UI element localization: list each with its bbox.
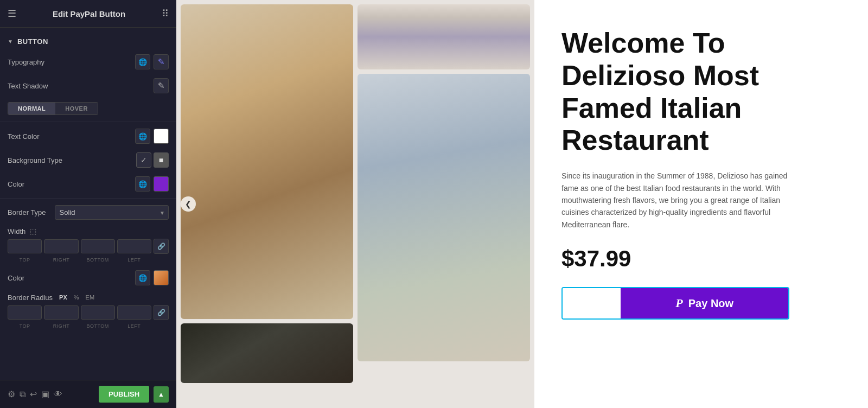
text-shadow-edit-btn[interactable]: ✎	[154, 78, 169, 93]
color-swatch[interactable]	[154, 176, 169, 192]
eye-icon[interactable]: 👁	[54, 390, 62, 399]
gallery-image-3	[358, 74, 530, 361]
radius-bottom-input[interactable]	[81, 305, 115, 320]
panel-footer: ⚙ ⧉ ↩ ▣ 👁 PUBLISH ▲	[0, 380, 176, 408]
responsive-icon[interactable]: ▣	[41, 389, 49, 399]
radius-left-input[interactable]	[117, 305, 151, 320]
panel-title: Edit PayPal Button	[53, 9, 125, 18]
border-color-row: Color 🌐	[0, 266, 176, 290]
radius-left-label: LEFT	[117, 323, 151, 329]
paypal-btn-label: Pay Now	[688, 297, 733, 310]
divider-2	[0, 198, 176, 199]
text-shadow-controls: ✎	[154, 78, 169, 93]
undo-icon[interactable]: ↩	[30, 389, 37, 399]
text-color-row: Text Color 🌐	[0, 124, 176, 148]
border-type-label: Border Type	[8, 208, 46, 216]
bottom-label: BOTTOM	[81, 257, 115, 263]
settings-icon[interactable]: ⚙	[8, 389, 15, 399]
gallery-image-4	[181, 323, 353, 383]
border-type-controls: Solid None Double Dotted Dashed ▼	[55, 205, 169, 220]
normal-toggle-btn[interactable]: NORMAL	[8, 103, 55, 114]
gallery-section: ❮	[176, 0, 534, 408]
typography-edit-btn[interactable]: ✎	[154, 54, 169, 69]
radius-input-labels: TOP RIGHT BOTTOM LEFT	[8, 323, 169, 329]
paypal-button-container: P Pay Now	[561, 287, 789, 320]
unit-tabs: PX % EM	[57, 293, 97, 302]
width-label: Width	[8, 227, 25, 235]
left-panel: ☰ Edit PayPal Button ⠿ ▼ Button Typograp…	[0, 0, 176, 408]
border-radius-inputs: 🔗	[8, 305, 169, 320]
width-bottom-input[interactable]	[81, 239, 115, 253]
monitor-icon: ⬚	[30, 227, 36, 235]
border-color-label: Color	[8, 274, 24, 282]
width-section: Width ⬚ 🔗 TOP RIGHT BOTTOM LEFT	[0, 224, 176, 266]
grid-icon[interactable]: ⠿	[162, 8, 169, 20]
product-section: Welcome To Delizioso Most Famed Italian …	[534, 0, 868, 408]
border-color-swatch[interactable]	[154, 270, 169, 285]
radius-top-label: TOP	[8, 323, 42, 329]
gallery-image-2	[358, 4, 530, 69]
width-header: Width ⬚	[8, 227, 169, 235]
width-inputs: 🔗	[8, 239, 169, 254]
unit-pct-tab[interactable]: %	[72, 293, 81, 302]
paypal-pay-button[interactable]: P Pay Now	[621, 288, 788, 318]
hamburger-icon[interactable]: ☰	[8, 8, 16, 20]
width-right-input[interactable]	[44, 239, 78, 253]
width-link-btn[interactable]: 🔗	[154, 239, 169, 254]
unit-px-tab[interactable]: PX	[57, 293, 69, 302]
border-color-controls: 🌐	[135, 270, 169, 285]
border-radius-section: Border Radius PX % EM 🔗 TOP RIGHT BOTTOM…	[0, 290, 176, 332]
main-content: ❮ Welcome To Delizioso Most Famed Italia…	[176, 0, 868, 408]
radius-top-input[interactable]	[8, 305, 42, 320]
typography-globe-btn[interactable]: 🌐	[135, 54, 150, 69]
typography-row: Typography 🌐 ✎	[0, 50, 176, 74]
radius-bottom-label: BOTTOM	[81, 323, 115, 329]
color-globe-btn[interactable]: 🌐	[135, 176, 150, 192]
hover-toggle-btn[interactable]: HOVER	[55, 103, 98, 114]
text-shadow-label: Text Shadow	[8, 82, 48, 90]
color-label: Color	[8, 180, 24, 188]
text-color-globe-btn[interactable]: 🌐	[135, 129, 150, 144]
typography-label: Typography	[8, 58, 44, 66]
bg-type-gradient-btn[interactable]: ■	[154, 152, 169, 168]
color-controls: 🌐	[135, 176, 169, 192]
border-color-globe-btn[interactable]: 🌐	[135, 270, 150, 285]
label-spacer	[154, 257, 169, 263]
gallery-image-1	[181, 4, 353, 319]
radius-label-spacer	[154, 323, 169, 329]
divider-1	[0, 122, 176, 122]
paypal-logo-icon: P	[675, 296, 682, 310]
gallery-prev-btn[interactable]: ❮	[181, 196, 196, 212]
text-color-label: Text Color	[8, 132, 40, 141]
button-section-header[interactable]: ▼ Button	[0, 33, 176, 50]
text-color-controls: 🌐	[135, 129, 169, 144]
border-type-row: Border Type Solid None Double Dotted Das…	[0, 201, 176, 224]
bg-type-solid-btn[interactable]: ✓	[136, 152, 151, 168]
width-top-input[interactable]	[8, 239, 42, 253]
panel-header: ☰ Edit PayPal Button ⠿	[0, 0, 176, 28]
radius-link-btn[interactable]: 🔗	[154, 305, 169, 320]
publish-button[interactable]: PUBLISH	[99, 386, 149, 403]
product-title: Welcome To Delizioso Most Famed Italian …	[561, 27, 846, 157]
layers-icon[interactable]: ⧉	[20, 390, 25, 399]
publish-arrow-btn[interactable]: ▲	[154, 386, 169, 403]
gallery-col-left	[181, 4, 353, 404]
right-label: RIGHT	[44, 257, 78, 263]
unit-em-tab[interactable]: EM	[84, 293, 97, 302]
normal-hover-toggle: NORMAL HOVER	[8, 102, 98, 115]
border-type-select[interactable]: Solid None Double Dotted Dashed	[55, 205, 169, 220]
typography-controls: 🌐 ✎	[135, 54, 169, 69]
panel-content: ▼ Button Typography 🌐 ✎ Text Shadow ✎ NO…	[0, 28, 176, 380]
width-input-labels: TOP RIGHT BOTTOM LEFT	[8, 257, 169, 263]
text-shadow-row: Text Shadow ✎	[0, 74, 176, 98]
border-radius-label: Border Radius	[8, 294, 53, 302]
top-label: TOP	[8, 257, 42, 263]
radius-right-input[interactable]	[44, 305, 78, 320]
left-label: LEFT	[117, 257, 151, 263]
border-radius-header: Border Radius PX % EM	[8, 293, 169, 302]
paypal-button-left	[563, 288, 621, 318]
background-type-controls: ✓ ■	[136, 152, 169, 168]
width-left-input[interactable]	[117, 239, 151, 253]
text-color-swatch[interactable]	[154, 129, 169, 144]
chevron-down-icon: ▼	[8, 39, 13, 44]
